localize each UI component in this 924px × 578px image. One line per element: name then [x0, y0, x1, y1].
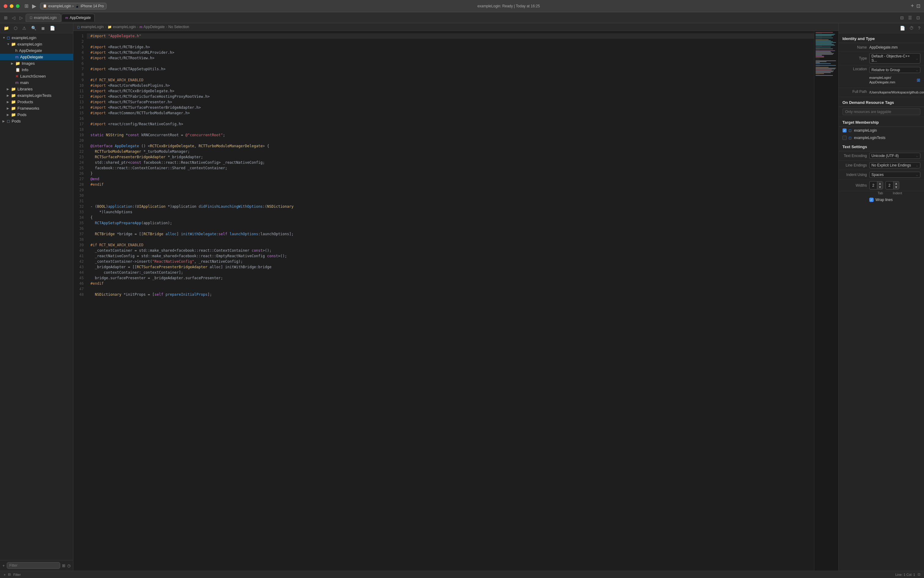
sidebar-item-launchscreen[interactable]: ✕ LaunchScreen: [0, 73, 73, 80]
sidebar-toggle-button[interactable]: ⊞: [24, 3, 28, 9]
code-line: #if RCT_NEW_ARCH_ENABLED: [87, 77, 814, 83]
code-line: RCTAppSetupPrepareApp(application);: [87, 220, 814, 226]
widths-spacer: [843, 191, 867, 195]
code-line: RCTSurfacePresenterBridgeAdapter *_bridg…: [87, 154, 814, 160]
indent-width-stepper[interactable]: 2 ▲ ▼: [885, 181, 899, 189]
code-line: std::shared_ptr<const facebook::react::R…: [87, 160, 814, 165]
examplelogin-checkbox[interactable]: ✓: [843, 128, 847, 133]
tab-label-appdelegate: AppDelegate: [70, 16, 91, 20]
main-file-icon: m: [15, 80, 19, 85]
line-endings-select[interactable]: No Explicit Line Endings ⌄: [869, 162, 920, 168]
tests-checkbox[interactable]: [843, 136, 847, 140]
code-line: [87, 237, 814, 242]
indent-label: Indent: [889, 191, 906, 195]
folder-icon: 📁: [11, 93, 16, 98]
target-examplelogin: ✓ ◻ exampleLogin: [839, 127, 924, 134]
code-line: [87, 72, 814, 77]
view-toggle-icon[interactable]: ⊞: [2, 14, 9, 21]
tab-width-stepper-btn[interactable]: ▲ ▼: [877, 182, 883, 189]
sidebar-issues-icon[interactable]: ⚠: [21, 25, 28, 31]
location-select[interactable]: Relative to Group ⌄: [869, 67, 920, 73]
tab-label: Tab: [869, 191, 887, 195]
tab-appdelegate[interactable]: m AppDelegate: [62, 14, 95, 22]
breadcrumb-selection[interactable]: No Selection: [168, 25, 189, 29]
sidebar-item-libraries[interactable]: ▶ 📁 Libraries: [0, 86, 73, 92]
wrap-lines-checkbox[interactable]: ✓: [869, 198, 874, 202]
code-line: static NSString *const kRNConcurrentRoot…: [87, 132, 814, 138]
forward-icon[interactable]: ▷: [18, 14, 24, 21]
blame-icon[interactable]: ☰: [906, 14, 914, 21]
arrow-icon: ▶: [7, 107, 11, 110]
sidebar-item-appdelegate-mm[interactable]: m AppDelegate: [0, 54, 73, 60]
target-membership-header: Target Membership: [839, 117, 924, 127]
sidebar-report-icon[interactable]: 📄: [49, 25, 56, 31]
code-line: @end: [87, 176, 814, 182]
sidebar-item-tests[interactable]: ▶ 📁 exampleLoginTests: [0, 92, 73, 99]
indent-using-select[interactable]: Spaces ⌄: [869, 172, 920, 178]
widths-row: Widths 2 ▲ ▼ 2 ▲ ▼: [839, 180, 924, 191]
sidebar-item-pods-group[interactable]: ▶ 📁 Pods: [0, 112, 73, 118]
code-line: #import <ReactCommon/RCTTurboModuleManag…: [87, 110, 814, 116]
sidebar-item-products[interactable]: ▶ 📁 Products: [0, 99, 73, 105]
breadcrumb-folder-icon: 📁: [107, 25, 112, 29]
breadcrumb-file[interactable]: AppDelegate: [144, 25, 165, 29]
indent-width-stepper-btn[interactable]: ▲ ▼: [893, 182, 899, 189]
close-button[interactable]: [4, 4, 7, 8]
maximize-button[interactable]: [16, 4, 19, 8]
sidebar-files-icon[interactable]: 📁: [2, 25, 10, 31]
add-tab-button[interactable]: +: [911, 3, 914, 9]
project-icon: ◻: [7, 36, 10, 40]
window-controls: ⊞: [4, 3, 28, 9]
filter-options-icon[interactable]: ⊞: [62, 563, 65, 568]
filter-input[interactable]: [7, 562, 60, 569]
minimize-button[interactable]: [10, 4, 13, 8]
inspector-panel: 📄 ⏱ ? Identity and Type Name AppDelegate…: [838, 23, 924, 571]
line-endings-row: Line Endings No Explicit Line Endings ⌄: [839, 161, 924, 170]
on-demand-input[interactable]: [843, 109, 920, 115]
breadcrumb-sep-1: ›: [105, 25, 106, 29]
sidebar-item-info[interactable]: 📋 Info: [0, 67, 73, 73]
diff-icon[interactable]: ⊟: [899, 14, 905, 21]
text-encoding-select[interactable]: Unicode (UTF-8) ⌄: [869, 153, 920, 159]
code-content[interactable]: #import "AppDelegate.h" #import <React/R…: [87, 31, 814, 571]
sidebar-item-pods-project[interactable]: ▶ ◻ Pods: [0, 118, 73, 124]
sidebar-search-icon[interactable]: 🔍: [30, 25, 37, 31]
file-inspector-icon[interactable]: 📄: [899, 25, 906, 31]
sidebar-item-frameworks[interactable]: ▶ 📁 Frameworks: [0, 105, 73, 112]
inspector-icon[interactable]: ⊡: [915, 14, 922, 21]
wrap-lines-label: Wrap lines: [875, 198, 893, 202]
back-icon[interactable]: ◁: [10, 14, 17, 21]
help-inspector-icon[interactable]: ?: [917, 25, 922, 31]
tab-examplelogin[interactable]: ◻ exampleLogin: [26, 14, 61, 22]
title-bar: ⊞ ▶ 📋 exampleLogin › 📱 iPhone 14 Pro exa…: [0, 0, 924, 12]
type-select[interactable]: Default - Objective-C++ S... ⌄: [869, 53, 920, 63]
location-link-icon[interactable]: ⊞: [917, 78, 920, 83]
sidebar-item-main[interactable]: m main: [0, 80, 73, 86]
plus-icon[interactable]: +: [2, 563, 5, 568]
target-examplelogin-label: exampleLogin: [854, 128, 877, 133]
arrow-icon: ▼: [2, 36, 7, 39]
sidebar-item-examplelogin-group[interactable]: ▼ 📁 exampleLogin: [0, 41, 73, 47]
type-label: Type: [843, 56, 867, 60]
plus-status-icon[interactable]: +: [4, 573, 5, 576]
sidebar-item-label: Images: [22, 61, 35, 66]
chevron-down-icon: ⌄: [916, 154, 918, 157]
filter-history-icon[interactable]: ◷: [67, 563, 71, 568]
run-button[interactable]: ▶: [31, 2, 37, 10]
breadcrumb-project[interactable]: exampleLogin: [81, 25, 104, 29]
clock-inspector-icon[interactable]: ⏱: [908, 25, 915, 31]
location-label: Location: [843, 67, 867, 71]
sidebar-item-examplelogin-root[interactable]: ▼ ◻ exampleLogin: [0, 34, 73, 41]
tab-width-stepper[interactable]: 2 ▲ ▼: [869, 181, 883, 189]
sidebar-item-images[interactable]: ▶ 📁 Images: [0, 60, 73, 67]
breadcrumb-folder[interactable]: exampleLogin: [113, 25, 136, 29]
sidebar-item-appdelegate-h[interactable]: h AppDelegate: [0, 47, 73, 54]
layout-button[interactable]: ⊡: [916, 3, 920, 9]
sidebar-vcs-icon[interactable]: ⬡: [13, 25, 19, 31]
sidebar-breakpoints-icon[interactable]: ◼: [40, 25, 46, 31]
project-scheme-icon: 📋: [43, 4, 47, 8]
code-line: #import <react/config/ReactNativeConfig.…: [87, 121, 814, 127]
device-selector[interactable]: 📋 exampleLogin › 📱 iPhone 14 Pro: [40, 3, 107, 10]
code-line: {: [87, 215, 814, 220]
status-layout-icon[interactable]: ⊡: [918, 573, 920, 576]
